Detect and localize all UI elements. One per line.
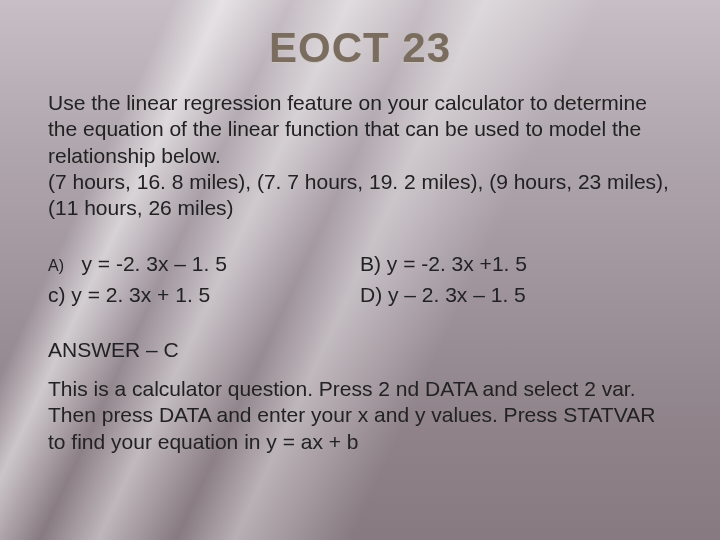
slide-title: EOCT 23 (48, 24, 672, 72)
slide: EOCT 23 Use the linear regression featur… (0, 0, 720, 540)
answer-choices: A) y = -2. 3x – 1. 5 c) y = 2. 3x + 1. 5… (48, 249, 672, 310)
choice-c: c) y = 2. 3x + 1. 5 (48, 280, 360, 310)
choice-a-equation: y = -2. 3x – 1. 5 (82, 252, 227, 275)
answer-line: ANSWER – C (48, 338, 672, 362)
choice-b: B) y = -2. 3x +1. 5 (360, 249, 672, 279)
choices-left-column: A) y = -2. 3x – 1. 5 c) y = 2. 3x + 1. 5 (48, 249, 360, 310)
explanation: This is a calculator question. Press 2 n… (48, 376, 672, 455)
question-prompt: Use the linear regression feature on you… (48, 90, 672, 221)
choice-d: D) y – 2. 3x – 1. 5 (360, 280, 672, 310)
choice-a: A) y = -2. 3x – 1. 5 (48, 249, 360, 279)
choice-a-text (70, 252, 82, 275)
choice-a-label: A) (48, 257, 64, 274)
choices-right-column: B) y = -2. 3x +1. 5 D) y – 2. 3x – 1. 5 (360, 249, 672, 310)
